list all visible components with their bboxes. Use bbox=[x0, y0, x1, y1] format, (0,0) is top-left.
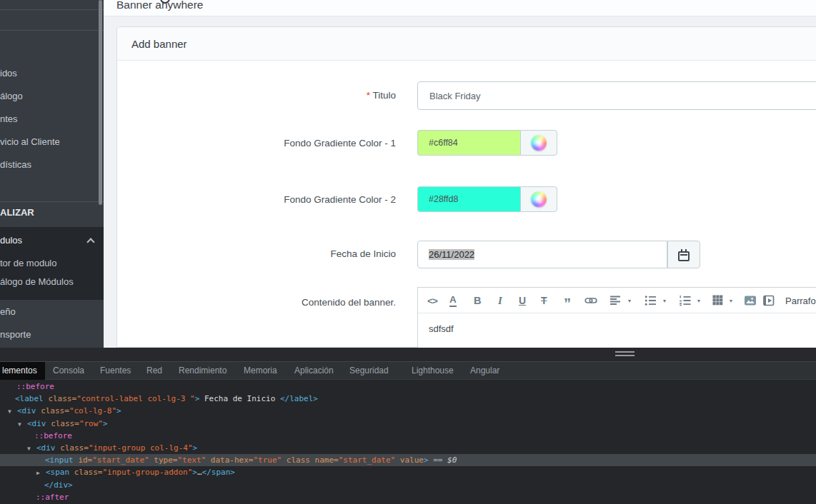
color-1-label: Fondo Gradiente Color - 1 bbox=[117, 137, 396, 150]
elements-tree[interactable]: ::before<label class="control-label col-… bbox=[0, 380, 816, 504]
italic-icon[interactable]: I bbox=[498, 288, 502, 313]
titulo-input[interactable] bbox=[417, 81, 816, 110]
devtools-tab-memoria[interactable]: Memoria bbox=[244, 362, 277, 380]
color-1-group bbox=[417, 130, 557, 156]
required-asterisk: * bbox=[367, 90, 370, 101]
editor-content[interactable]: sdfsdf bbox=[418, 313, 816, 348]
sidebar-item-clientes[interactable]: ntes bbox=[0, 108, 104, 131]
devtools-tab-fuentes[interactable]: Fuentes bbox=[100, 362, 131, 380]
start-date-group: 26/11/2022 bbox=[417, 241, 700, 268]
chevron-down-icon[interactable]: ▾ bbox=[730, 288, 732, 313]
devtools-tab-angular[interactable]: Angular bbox=[470, 362, 499, 380]
chevron-down-icon[interactable]: ▾ bbox=[697, 288, 700, 313]
sidebar-divider bbox=[0, 9, 104, 10]
sidebar-item-label: dulos bbox=[0, 235, 22, 246]
color-2-label: Fondo Gradiente Color - 2 bbox=[117, 193, 396, 206]
sidebar-item-estadisticas[interactable]: dísticas bbox=[0, 153, 104, 176]
color-wheel-icon bbox=[531, 191, 547, 207]
dom-node[interactable]: ::before bbox=[0, 430, 816, 442]
devtools-tab-seguridad[interactable]: Seguridad bbox=[349, 362, 389, 380]
color-1-picker-button[interactable] bbox=[520, 130, 557, 156]
rich-text-editor: <>ABIUT”▾▾▾▾Parrafo sdfsdf bbox=[417, 287, 816, 348]
dom-node[interactable]: ::after bbox=[0, 491, 816, 503]
chevron-down-icon[interactable]: ▾ bbox=[628, 288, 631, 313]
calendar-button[interactable] bbox=[667, 241, 700, 268]
devtools-tab-consola[interactable]: Consola bbox=[53, 362, 84, 380]
color-2-group bbox=[417, 186, 557, 212]
editor-toolbar: <>ABIUT”▾▾▾▾Parrafo bbox=[418, 288, 816, 313]
devtools-tab-rendimiento[interactable]: Rendimiento bbox=[179, 362, 227, 380]
calendar-icon bbox=[678, 251, 690, 261]
link-icon[interactable] bbox=[584, 288, 597, 313]
sidebar-item-catalogo[interactable]: álogo bbox=[0, 85, 104, 108]
image-icon[interactable] bbox=[744, 288, 757, 313]
devtools-tab-red[interactable]: Red bbox=[146, 362, 162, 380]
gradient-color-1-input[interactable] bbox=[417, 130, 520, 156]
sidebar-item-servicio-al-cliente[interactable]: vicio al Cliente bbox=[0, 131, 104, 153]
panel-body: * Titulo Fondo Gradiente Color - 1 bbox=[117, 61, 816, 348]
sidebar-scrollbar[interactable] bbox=[99, 0, 102, 205]
dom-node-selected[interactable]: <input id="start_date" type="text" data-… bbox=[0, 454, 816, 466]
panel-title: Add banner bbox=[117, 27, 816, 61]
dom-node[interactable]: ▼<div class="input-group col-lg-4"> bbox=[0, 442, 816, 454]
main-area: Banner anywhere Add banner * Titulo Fond… bbox=[104, 0, 816, 348]
devtools-resize-handle[interactable] bbox=[0, 348, 816, 361]
chevron-up-icon bbox=[86, 238, 94, 246]
sidebar-item-catalogo-de-modulos[interactable]: álogo de Módulos bbox=[0, 273, 104, 291]
content-label: Contenido del banner. bbox=[117, 296, 396, 309]
devtools-tabbar: lementosConsolaFuentesRedRendimientoMemo… bbox=[0, 361, 816, 380]
sidebar-modules-block: dulos tor de modulo álogo de Módulos bbox=[0, 227, 104, 300]
dom-node[interactable]: <label class="control-label col-lg-3 "> … bbox=[0, 393, 816, 405]
expand-arrow-down-icon[interactable]: ▼ bbox=[8, 405, 17, 418]
dom-node[interactable]: ▼<div class="col-lg-8"> bbox=[0, 405, 816, 417]
bullet-list-icon[interactable] bbox=[645, 288, 657, 313]
media-icon[interactable] bbox=[762, 288, 775, 313]
sidebar: idos álogo ntes vicio al Cliente dística… bbox=[0, 0, 104, 348]
blockquote-icon[interactable]: ” bbox=[564, 288, 571, 313]
start-date-input[interactable]: 26/11/2022 bbox=[417, 241, 667, 268]
selected-text: 26/11/2022 bbox=[429, 249, 474, 260]
page-title: Banner anywhere bbox=[116, 0, 204, 11]
sidebar-divider bbox=[0, 201, 104, 202]
bold-icon[interactable]: B bbox=[474, 288, 481, 313]
gradient-color-2-input[interactable] bbox=[417, 186, 520, 212]
add-banner-panel: Add banner * Titulo Fondo Gradiente Colo… bbox=[116, 26, 816, 348]
sidebar-item-modulos[interactable]: dulos bbox=[0, 227, 104, 254]
expand-arrow-down-icon[interactable]: ▼ bbox=[27, 443, 36, 455]
chevron-down-icon[interactable]: ▾ bbox=[663, 288, 666, 313]
devtools-tab-lementos[interactable]: lementos bbox=[0, 362, 45, 380]
sidebar-item-gestor-de-modulo[interactable]: tor de modulo bbox=[0, 254, 104, 273]
titulo-label: * Titulo bbox=[117, 89, 396, 102]
color-wheel-icon bbox=[531, 135, 547, 151]
underline-icon[interactable]: U bbox=[519, 288, 526, 313]
start-date-label: Fecha de Inicio bbox=[117, 248, 396, 261]
dom-node[interactable]: ::before bbox=[0, 380, 816, 393]
dom-node[interactable]: ▶<span class="input-group-addon">…</span… bbox=[0, 466, 816, 478]
titulo-label-text: Titulo bbox=[372, 90, 396, 101]
devtools-tab-lighthouse[interactable]: Lighthouse bbox=[412, 362, 454, 380]
dom-node[interactable]: ▼<div class="row"> bbox=[0, 418, 816, 430]
table-icon[interactable] bbox=[712, 288, 725, 313]
source-code-icon[interactable]: <> bbox=[427, 288, 437, 313]
sidebar-item-diseno[interactable]: eño bbox=[0, 301, 104, 323]
drag-handle-icon bbox=[615, 351, 635, 357]
devtools: lementosConsolaFuentesRedRendimientoMemo… bbox=[0, 348, 816, 504]
sidebar-item-pedidos[interactable]: idos bbox=[0, 62, 104, 85]
expand-arrow-right-icon[interactable]: ▶ bbox=[36, 467, 46, 479]
paragraph-format-dropdown[interactable]: Parrafo bbox=[785, 288, 816, 313]
editor-text: sdfsdf bbox=[429, 323, 454, 334]
sidebar-divider bbox=[0, 30, 104, 31]
text-color-icon[interactable]: A bbox=[449, 288, 457, 313]
dom-node[interactable]: </div> bbox=[0, 479, 816, 491]
strikethrough-icon[interactable]: T bbox=[541, 288, 547, 313]
expand-arrow-down-icon[interactable]: ▼ bbox=[18, 418, 27, 430]
color-2-picker-button[interactable] bbox=[520, 186, 557, 212]
devtools-tab-aplicación[interactable]: Aplicación bbox=[294, 362, 334, 380]
numbered-list-icon[interactable] bbox=[679, 288, 692, 313]
sidebar-section-personalizar: ALIZAR bbox=[0, 207, 104, 218]
page-header: Banner anywhere bbox=[104, 0, 816, 16]
align-icon[interactable] bbox=[609, 288, 622, 313]
sidebar-item-transporte[interactable]: nsporte bbox=[0, 323, 104, 346]
screen: idos álogo ntes vicio al Cliente dística… bbox=[0, 0, 816, 504]
